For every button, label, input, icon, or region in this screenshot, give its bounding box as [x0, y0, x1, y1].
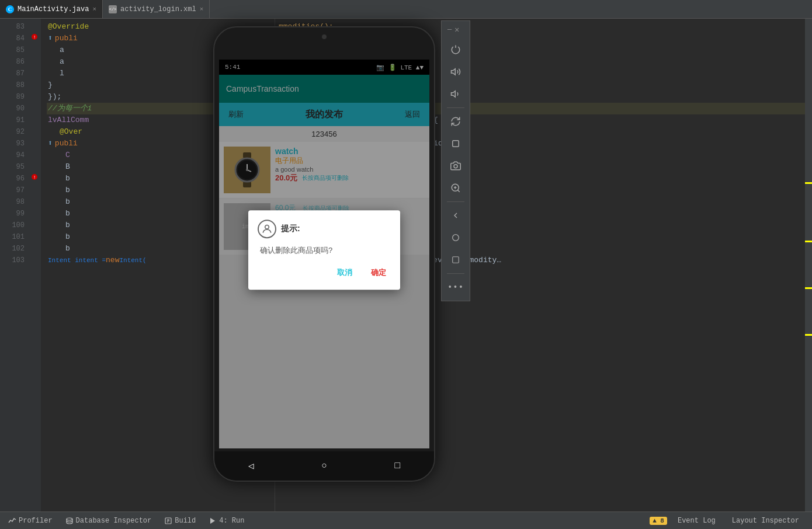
emu-divider-1: [447, 107, 464, 108]
event-log-tab[interactable]: Event Log: [672, 517, 721, 525]
tab-close-main-activity[interactable]: ×: [92, 6, 96, 13]
emu-screenshot-btn[interactable]: [446, 156, 466, 176]
emu-overview-nav-btn[interactable]: [446, 250, 466, 270]
line-86: 86: [0, 56, 25, 68]
dialog-cancel-btn[interactable]: 取消: [332, 265, 357, 280]
svg-point-15: [454, 165, 457, 168]
line-94: 94: [0, 149, 25, 161]
line-87: 87: [0, 68, 25, 79]
layout-inspector-tab[interactable]: Layout Inspector: [726, 517, 805, 525]
nav-back-btn[interactable]: ◁: [244, 459, 258, 473]
database-inspector-label: Database Inspector: [76, 517, 152, 525]
line-103: 103: [0, 255, 25, 266]
dialog-message: 确认删除此商品项吗?: [258, 245, 391, 256]
warnings-count: ▲ 8: [653, 517, 664, 524]
emu-power-btn[interactable]: [446, 40, 466, 60]
dialog-icon: [258, 220, 276, 238]
line-101: 101: [0, 231, 25, 243]
run-label: 4: Run: [219, 517, 244, 525]
dialog-buttons: 取消 确定: [258, 265, 391, 280]
gutter: ! !: [29, 19, 41, 511]
emu-top-controls: — ×: [442, 25, 470, 37]
right-marker-2: [805, 241, 812, 242]
svg-text:!: !: [34, 34, 35, 40]
profiler-icon: [8, 517, 16, 525]
svg-rect-21: [453, 257, 459, 263]
emu-zoom-btn[interactable]: [446, 178, 466, 198]
dialog-title: 提示:: [281, 224, 300, 234]
line-84: 84: [0, 33, 25, 44]
svg-marker-27: [210, 518, 215, 524]
svg-rect-14: [453, 141, 459, 147]
line-98: 98: [0, 196, 25, 208]
emu-volume-down-btn[interactable]: [446, 84, 466, 104]
line-102: 102: [0, 243, 25, 255]
line-91: 91: [0, 114, 25, 126]
nav-overview-btn[interactable]: □: [390, 459, 404, 473]
emu-divider-2: [447, 201, 464, 202]
line-numbers: 83 84 85 86 87 88 89 90 91 92 93 94 95 9…: [0, 19, 29, 511]
xml-icon: </>: [109, 5, 117, 13]
gutter-icon-84: !: [30, 33, 39, 41]
database-inspector-icon: [65, 517, 74, 525]
right-marker-3: [805, 287, 812, 289]
emu-rotate2-btn[interactable]: [446, 134, 466, 154]
emu-volume-up-btn[interactable]: [446, 62, 466, 82]
warnings-badge[interactable]: ▲ 8: [650, 517, 667, 525]
line-97: 97: [0, 185, 25, 196]
phone-body: 5:41 📷 🔋 LTE ▲▼ CampusTransaction 刷新 我的发…: [213, 26, 435, 482]
dialog-header: 提示:: [258, 220, 391, 238]
build-tab[interactable]: Build: [158, 512, 202, 529]
phone-camera: [322, 34, 327, 39]
emu-home-nav-btn[interactable]: [446, 228, 466, 248]
line-83: 83: [0, 21, 25, 33]
tab-main-activity[interactable]: C MainActivity.java ×: [0, 0, 103, 18]
tab-close-activity-login[interactable]: ×: [200, 6, 204, 13]
tab-bar: C MainActivity.java × </> activity_login…: [0, 0, 812, 19]
phone-nav-bar: ◁ ○ □: [214, 451, 434, 481]
status-bar: Profiler Database Inspector Build: [0, 511, 812, 529]
tab-activity-login-label: activity_login.xml: [120, 5, 196, 13]
line-88: 88: [0, 79, 25, 91]
run-icon: [209, 517, 217, 525]
right-gutter: [805, 19, 812, 511]
line-100: 100: [0, 220, 25, 231]
svg-point-22: [67, 518, 72, 520]
line-85: 85: [0, 44, 25, 56]
tab-activity-login[interactable]: </> activity_login.xml ×: [103, 0, 210, 18]
emulator-toolbar: — ×: [441, 20, 470, 301]
run-tab[interactable]: 4: Run: [203, 512, 250, 529]
svg-point-11: [265, 225, 269, 229]
database-inspector-tab[interactable]: Database Inspector: [60, 512, 158, 529]
phone-screen[interactable]: 5:41 📷 🔋 LTE ▲▼ CampusTransaction 刷新 我的发…: [219, 60, 429, 448]
profiler-tab[interactable]: Profiler: [2, 512, 58, 529]
emu-back-nav-btn[interactable]: [446, 206, 466, 225]
nav-home-btn[interactable]: ○: [317, 459, 331, 473]
right-marker-1: [805, 182, 812, 184]
profiler-label: Profiler: [19, 517, 53, 525]
emu-close-btn[interactable]: ×: [454, 26, 464, 35]
dialog-box: 提示: 确认删除此商品项吗? 取消 确定: [248, 210, 400, 290]
gutter-icon-93: !: [30, 173, 39, 181]
line-99: 99: [0, 208, 25, 220]
svg-marker-12: [452, 69, 456, 75]
java-icon: C: [6, 5, 14, 13]
line-95: 95: [0, 161, 25, 173]
build-label: Build: [175, 517, 196, 525]
layout-inspector-label: Layout Inspector: [732, 517, 799, 525]
dialog-confirm-btn[interactable]: 确定: [366, 265, 391, 280]
emu-rotate-btn[interactable]: [446, 112, 466, 131]
line-89: 89: [0, 91, 25, 103]
status-bar-right: ▲ 8 Event Log Layout Inspector: [650, 517, 810, 525]
line-90: 90: [0, 103, 25, 114]
tab-main-activity-label: MainActivity.java: [18, 5, 89, 13]
emu-more-btn[interactable]: •••: [446, 277, 466, 297]
phone-container: 5:41 📷 🔋 LTE ▲▼ CampusTransaction 刷新 我的发…: [207, 20, 441, 499]
svg-point-20: [453, 235, 459, 241]
emu-minimize-btn[interactable]: —: [447, 26, 452, 34]
svg-line-17: [457, 190, 459, 192]
svg-marker-13: [452, 91, 456, 98]
emu-divider-3: [447, 273, 464, 274]
line-93: 93: [0, 138, 25, 149]
build-icon: [164, 517, 172, 525]
